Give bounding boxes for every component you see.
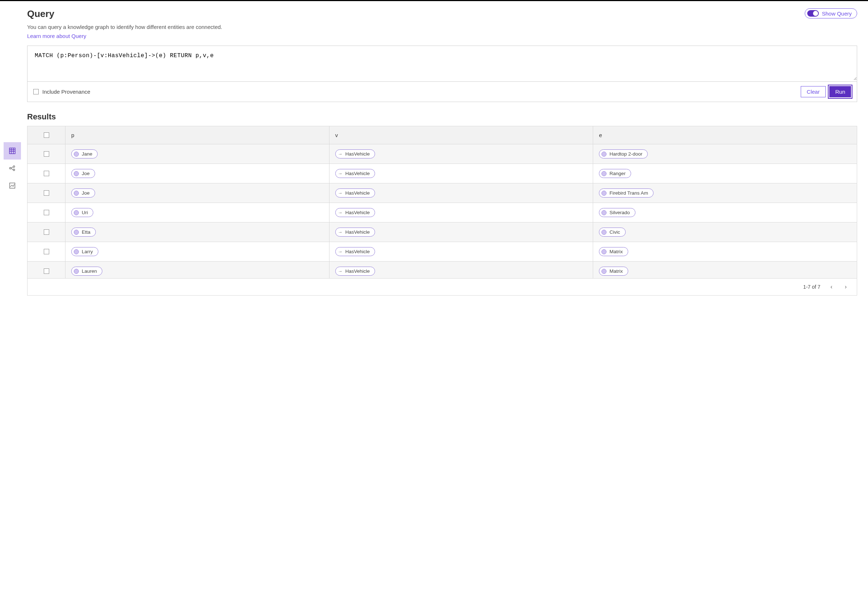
entity-dot-icon — [74, 249, 79, 254]
page-subtitle: You can query a knowledge graph to ident… — [27, 24, 223, 30]
table-icon — [9, 148, 16, 154]
row-checkbox[interactable] — [44, 210, 49, 215]
svg-rect-0 — [9, 148, 15, 154]
pill-label: HasVehicle — [345, 268, 370, 274]
entity-pill[interactable]: Uri — [71, 208, 93, 217]
svg-point-7 — [13, 169, 15, 171]
graph-view-button[interactable] — [4, 160, 21, 177]
pill-label: HasVehicle — [345, 229, 370, 235]
arrow-icon: → — [338, 210, 342, 215]
entity-pill[interactable]: Silverado — [599, 208, 635, 217]
row-checkbox[interactable] — [44, 190, 49, 196]
column-header-e[interactable]: e — [593, 126, 857, 144]
pill-label: Hardtop 2-door — [610, 151, 642, 157]
entity-pill[interactable]: Larry — [71, 247, 99, 256]
query-editor: Include Provenance Clear Run — [27, 46, 857, 102]
relationship-pill[interactable]: →HasVehicle — [335, 188, 375, 197]
pill-label: HasVehicle — [345, 151, 370, 157]
entity-pill[interactable]: Joe — [71, 188, 95, 197]
pill-label: HasVehicle — [345, 171, 370, 176]
entity-dot-icon — [601, 171, 607, 176]
entity-dot-icon — [74, 230, 79, 235]
select-all-checkbox[interactable] — [44, 132, 49, 138]
pager-status: 1-7 of 7 — [803, 284, 820, 290]
entity-pill[interactable]: Joe — [71, 169, 95, 178]
svg-line-9 — [11, 169, 13, 170]
table-row[interactable]: Uri→HasVehicleSilverado — [27, 203, 857, 223]
table-view-button[interactable] — [4, 142, 21, 160]
row-checkbox[interactable] — [44, 268, 49, 274]
entity-pill[interactable]: Ranger — [599, 169, 631, 178]
table-header-row: p v e — [27, 126, 857, 144]
pill-label: Larry — [82, 249, 93, 254]
relationship-pill[interactable]: →HasVehicle — [335, 208, 375, 217]
pill-label: Jane — [82, 151, 92, 157]
view-rail — [4, 8, 24, 296]
table-row[interactable]: Etta→HasVehicleCivic — [27, 223, 857, 242]
entity-dot-icon — [74, 152, 79, 157]
clear-button[interactable]: Clear — [801, 86, 826, 97]
pill-label: Etta — [82, 229, 90, 235]
toggle-switch-icon — [807, 10, 819, 16]
pill-label: Lauren — [82, 268, 97, 274]
entity-pill[interactable]: Lauren — [71, 267, 102, 276]
table-row[interactable]: Larry→HasVehicleMatrix — [27, 242, 857, 262]
entity-pill[interactable]: Matrix — [599, 247, 628, 256]
entity-dot-icon — [74, 171, 79, 176]
entity-dot-icon — [74, 191, 79, 196]
row-checkbox[interactable] — [44, 151, 49, 157]
entity-pill[interactable]: Matrix — [599, 267, 628, 276]
table-row[interactable]: Lauren→HasVehicleMatrix — [27, 262, 857, 278]
relationship-pill[interactable]: →HasVehicle — [335, 227, 375, 236]
row-checkbox[interactable] — [44, 249, 49, 254]
page-title: Query — [27, 8, 223, 19]
entity-pill[interactable]: Firebird Trans Am — [599, 188, 654, 197]
arrow-icon: → — [338, 229, 342, 235]
row-checkbox[interactable] — [44, 171, 49, 176]
pill-label: Silverado — [610, 210, 630, 215]
row-checkbox[interactable] — [44, 229, 49, 235]
entity-dot-icon — [601, 269, 607, 274]
arrow-icon: → — [338, 151, 342, 157]
column-header-p[interactable]: p — [66, 126, 329, 144]
pager-prev[interactable]: ‹ — [828, 284, 834, 290]
table-row[interactable]: Joe→HasVehicleRanger — [27, 164, 857, 184]
column-header-v[interactable]: v — [329, 126, 593, 144]
pill-label: HasVehicle — [345, 210, 370, 215]
pager-next[interactable]: › — [843, 284, 849, 290]
query-input[interactable] — [27, 46, 857, 80]
results-title: Results — [27, 112, 857, 121]
entity-dot-icon — [74, 210, 79, 215]
entity-pill[interactable]: Jane — [71, 150, 98, 158]
pill-label: HasVehicle — [345, 249, 370, 254]
entity-dot-icon — [601, 152, 607, 157]
show-query-toggle[interactable]: Show Query — [805, 8, 857, 18]
link-chart-view-button[interactable] — [4, 177, 21, 194]
checkbox-icon — [33, 89, 39, 94]
pill-label: Joe — [82, 190, 90, 196]
pill-label: Matrix — [610, 268, 623, 274]
table-row[interactable]: Jane→HasVehicleHardtop 2-door — [27, 144, 857, 164]
table-row[interactable]: Joe→HasVehicleFirebird Trans Am — [27, 184, 857, 203]
entity-pill[interactable]: Civic — [599, 227, 625, 236]
run-button[interactable]: Run — [829, 86, 851, 97]
svg-line-8 — [11, 167, 13, 168]
pill-label: Matrix — [610, 249, 623, 254]
pill-label: Firebird Trans Am — [610, 190, 648, 196]
entity-dot-icon — [601, 230, 607, 235]
include-provenance-checkbox[interactable]: Include Provenance — [33, 89, 90, 95]
pager: 1-7 of 7 ‹ › — [27, 278, 857, 295]
entity-pill[interactable]: Hardtop 2-door — [599, 150, 648, 158]
entity-pill[interactable]: Etta — [71, 227, 96, 236]
pill-label: HasVehicle — [345, 190, 370, 196]
link-chart-icon — [9, 182, 16, 189]
arrow-icon: → — [338, 249, 342, 254]
relationship-pill[interactable]: →HasVehicle — [335, 247, 375, 256]
entity-dot-icon — [601, 210, 607, 215]
learn-more-link[interactable]: Learn more about Query — [27, 33, 86, 39]
svg-point-5 — [9, 167, 11, 169]
results-table: p v e Jane→HasVehicleHardtop 2-doorJoe→H… — [27, 126, 857, 296]
relationship-pill[interactable]: →HasVehicle — [335, 267, 375, 276]
relationship-pill[interactable]: →HasVehicle — [335, 169, 375, 178]
relationship-pill[interactable]: →HasVehicle — [335, 150, 375, 158]
